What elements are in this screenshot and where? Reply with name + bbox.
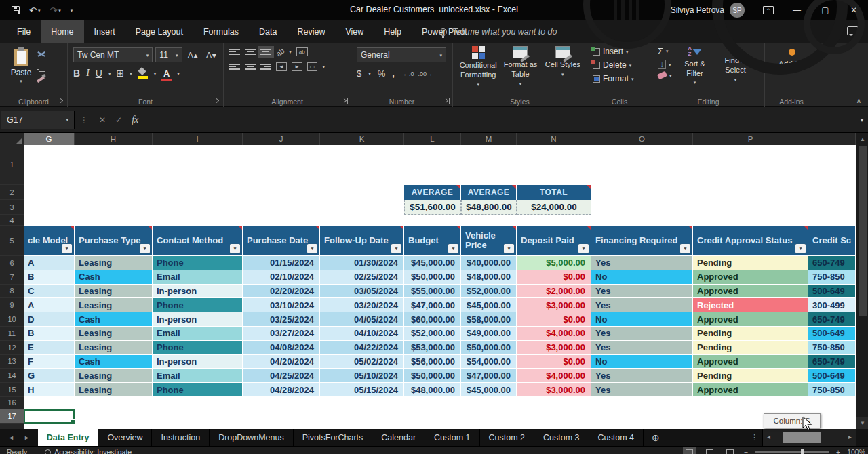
increase-decimal-icon[interactable]: ←.0 (403, 70, 414, 77)
filter-button[interactable]: ▾ (307, 244, 317, 253)
table-cell[interactable]: Cash (75, 270, 153, 285)
format-as-table-button[interactable]: Format as Table▾ (500, 46, 540, 96)
tab-file[interactable]: File (7, 20, 41, 43)
row-header-9[interactable]: 9 (0, 298, 24, 312)
table-cell[interactable]: 650-749 (808, 312, 856, 327)
row-header-10[interactable]: 10 (0, 312, 24, 327)
table-cell[interactable]: Leasing (75, 383, 153, 397)
table-cell[interactable]: 500-649 (808, 285, 856, 299)
table-cell[interactable]: Yes (591, 256, 693, 270)
insert-function-icon[interactable]: fx (132, 115, 138, 125)
table-cell[interactable]: 04/10/2024 (320, 327, 404, 341)
table-cell[interactable]: 750-850 (808, 383, 856, 397)
filter-button[interactable]: ▾ (504, 244, 514, 253)
increase-indent-icon[interactable]: ► (292, 62, 302, 71)
center-icon[interactable] (245, 64, 256, 70)
number-dialog-launcher[interactable] (443, 98, 450, 104)
borders-button[interactable]: ⊞ (116, 68, 124, 79)
table-cell[interactable]: $45,000.00 (461, 383, 517, 397)
filter-button[interactable]: ▾ (680, 244, 690, 253)
autosum-button[interactable]: Σ▾ (658, 46, 672, 56)
zoom-in-button[interactable]: + (836, 448, 840, 454)
table-cell[interactable]: In-person (153, 285, 243, 299)
decrease-font-icon[interactable]: A▾ (203, 50, 219, 60)
table-cell[interactable]: Yes (591, 327, 693, 341)
hscroll-right-icon[interactable]: ► (844, 429, 856, 446)
table-header-8[interactable]: Financing Required▾ (591, 226, 693, 256)
accessibility-checker[interactable]: Accessibility: Investigate (45, 448, 132, 454)
table-cell[interactable]: $2,000.00 (517, 285, 591, 299)
table-cell[interactable]: 04/28/2024 (243, 383, 320, 397)
table-cell[interactable]: $54,000.00 (461, 355, 517, 369)
table-cell[interactable]: $52,000.00 (461, 285, 517, 299)
page-break-view-button[interactable] (724, 447, 737, 454)
zoom-slider-thumb[interactable] (801, 449, 804, 454)
table-cell[interactable]: H (24, 383, 75, 397)
formula-input[interactable] (144, 107, 856, 132)
cut-icon[interactable] (37, 50, 46, 58)
restore-button[interactable]: ▢ (811, 0, 840, 20)
table-cell[interactable]: $0.00 (517, 355, 591, 369)
align-right-icon[interactable] (260, 64, 271, 70)
table-cell[interactable]: 03/10/2024 (243, 298, 320, 312)
table-cell[interactable]: Email (153, 270, 243, 285)
table-header-7[interactable]: Deposit Paid▾ (517, 226, 591, 256)
percent-style-button[interactable]: % (378, 68, 386, 79)
conditional-formatting-button[interactable]: Conditional Formatting▾ (458, 46, 498, 96)
table-cell[interactable]: Pending (693, 341, 808, 355)
table-header-5[interactable]: Budget▾ (404, 226, 461, 256)
font-color-button[interactable]: A (161, 68, 172, 79)
top-align-icon[interactable] (229, 49, 240, 55)
table-cell[interactable]: Leasing (75, 298, 153, 312)
row-header-14[interactable]: 14 (0, 369, 24, 383)
underline-button[interactable]: U (96, 68, 102, 79)
table-cell[interactable]: $45,000.00 (404, 256, 461, 270)
table-cell[interactable]: Phone (153, 341, 243, 355)
table-cell[interactable]: 300-499 (808, 298, 856, 312)
row-header-12[interactable]: 12 (0, 341, 24, 355)
table-cell[interactable]: G (24, 369, 75, 383)
close-button[interactable]: ✕ (840, 0, 868, 20)
table-header-3[interactable]: Purchase Date▾ (243, 226, 320, 256)
expand-formula-bar-icon[interactable]: ▾ (856, 117, 868, 123)
font-name-select[interactable]: Tw Cen MT▾ (73, 47, 153, 62)
table-cell[interactable]: A (24, 298, 75, 312)
table-cell[interactable]: $48,000.00 (461, 270, 517, 285)
table-cell[interactable]: $48,000.00 (404, 383, 461, 397)
tab-page-layout[interactable]: Page Layout (125, 20, 193, 43)
column-header-N[interactable]: N (517, 133, 591, 145)
table-cell[interactable]: $52,000.00 (404, 327, 461, 341)
table-cell[interactable]: $47,000.00 (404, 298, 461, 312)
format-cells-button[interactable]: Format▾ (593, 74, 648, 83)
select-all-corner[interactable] (0, 133, 24, 145)
sheet-tab-custom-2[interactable]: Custom 2 (480, 429, 535, 446)
sheet-tab-overview[interactable]: Overview (98, 429, 152, 446)
ribbon-display-options-button[interactable]: ^ (754, 0, 783, 20)
table-cell[interactable]: $58,000.00 (461, 312, 517, 327)
filter-button[interactable]: ▾ (578, 244, 589, 253)
enter-icon[interactable]: ✓ (115, 115, 122, 125)
zoom-out-button[interactable]: − (744, 448, 748, 454)
copy-icon[interactable] (37, 62, 45, 70)
table-cell[interactable]: Cash (75, 355, 153, 369)
table-cell[interactable]: 04/20/2024 (243, 355, 320, 369)
vertical-scrollbar-thumb[interactable] (859, 146, 867, 316)
table-cell[interactable]: Leasing (75, 285, 153, 299)
tab-home[interactable]: Home (41, 20, 83, 43)
table-cell[interactable]: Leasing (75, 327, 153, 341)
table-cell[interactable]: $47,000.00 (461, 369, 517, 383)
row-header-11[interactable]: 11 (0, 327, 24, 341)
hscroll-left-icon[interactable]: ◄ (762, 429, 774, 446)
table-cell[interactable]: $50,000.00 (461, 341, 517, 355)
row-header-5[interactable]: 5 (0, 226, 24, 256)
table-cell[interactable]: Pending (693, 327, 808, 341)
table-cell[interactable]: 01/15/2024 (243, 256, 320, 270)
table-cell[interactable]: $4,000.00 (517, 327, 591, 341)
column-header-P[interactable]: P (693, 133, 808, 145)
filter-button[interactable]: ▾ (62, 244, 72, 253)
format-painter-icon[interactable] (37, 74, 45, 82)
user-name[interactable]: Silviya Petrova (671, 5, 724, 15)
table-cell[interactable]: Approved (693, 312, 808, 327)
italic-button[interactable]: I (86, 68, 90, 79)
row-header-17[interactable]: 17 (0, 409, 24, 424)
